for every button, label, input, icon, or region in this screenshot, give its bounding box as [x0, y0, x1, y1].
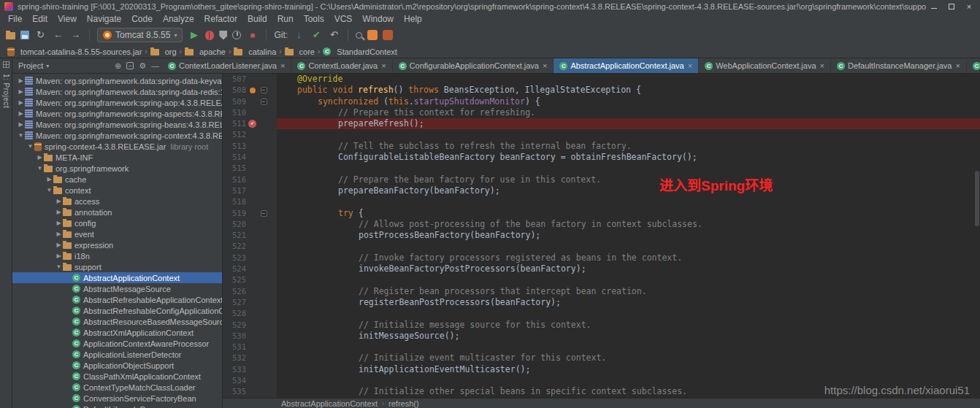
code-line[interactable]: 518 [223, 196, 980, 207]
settings-gear-icon[interactable]: ⚙ [139, 61, 146, 71]
project-panel-title[interactable]: Project [18, 61, 43, 70]
breadcrumb-item[interactable]: CStandardContext [323, 47, 397, 56]
hide-panel-icon[interactable]: — [151, 61, 159, 70]
code-editor[interactable]: 507@Override508−public void refresh() th… [223, 74, 980, 398]
git-commit-icon[interactable]: ✔ [310, 29, 323, 41]
menu-item-window[interactable]: Window [357, 13, 399, 25]
code-line[interactable]: 510// Prepare this context for refreshin… [223, 107, 980, 118]
tab-close-icon[interactable]: × [381, 61, 386, 70]
tree-item[interactable]: ▼Maven: org.springframework:spring-conte… [12, 130, 222, 141]
tree-item[interactable]: ▶Maven: org.springframework:spring-aop:4… [12, 97, 222, 108]
editor-tab[interactable]: CContextLoaderListener.java× [162, 58, 291, 73]
code-line[interactable]: 516// Prepare the bean factory for use i… [223, 174, 980, 185]
collapse-arrow-icon[interactable]: ▼ [45, 187, 53, 193]
tab-close-icon[interactable]: × [543, 61, 547, 70]
run-configuration-select[interactable]: Tomcat 8.5.55 ▾ [97, 28, 183, 42]
editor-tab[interactable]: CContextLoader.java× [291, 58, 392, 73]
plugin-icon-1[interactable] [367, 30, 378, 40]
tree-item[interactable]: ▶event [12, 228, 222, 239]
expand-arrow-icon[interactable]: ▶ [17, 110, 25, 117]
fold-marker-icon[interactable]: − [261, 87, 267, 93]
menu-item-tools[interactable]: Tools [299, 13, 329, 25]
code-line[interactable]: 525 [223, 274, 980, 285]
tree-item[interactable]: ▶config [12, 218, 222, 228]
code-line[interactable]: 513// Tell the subclass to refresh the i… [223, 141, 980, 152]
sync-icon[interactable]: ↻ [34, 29, 47, 41]
maximize-button[interactable] [943, 1, 960, 12]
expand-arrow-icon[interactable]: ▶ [55, 220, 63, 226]
tree-item[interactable]: CAbstractRefreshableApplicationContext [12, 294, 222, 305]
menu-item-navigate[interactable]: Navigate [82, 13, 126, 25]
scrollbar-thumb[interactable] [975, 171, 979, 226]
back-icon[interactable]: ← [52, 29, 64, 41]
code-line[interactable]: 520// Allows post-processing of the bean… [223, 219, 980, 230]
menu-item-edit[interactable]: Edit [27, 13, 53, 25]
code-line[interactable]: 529// Initialize message source for this… [223, 320, 980, 331]
tree-item[interactable]: ▼spring-context-4.3.8.RELEASE.jarlibrary… [12, 141, 222, 152]
expand-arrow-icon[interactable]: ▶ [55, 242, 63, 248]
plugin-icon-2[interactable] [383, 30, 393, 40]
tree-item[interactable]: CClassPathXmlApplicationContext [12, 371, 222, 382]
override-marker-icon[interactable] [250, 88, 256, 93]
menu-item-build[interactable]: Build [242, 13, 272, 25]
collapse-arrow-icon[interactable]: ▼ [26, 143, 34, 150]
tree-item[interactable]: CApplicationObjectSupport [12, 360, 222, 371]
code-line[interactable]: 526// Register bean processors that inte… [223, 286, 980, 297]
breadcrumb-item[interactable]: catalina [234, 47, 276, 56]
collapse-all-icon[interactable]: − [126, 62, 134, 69]
code-line[interactable]: 523// Invoke factory processors register… [223, 253, 980, 263]
forward-icon[interactable]: → [69, 29, 82, 41]
tree-item[interactable]: ▶Maven: org.springframework.data:spring-… [12, 86, 222, 97]
tree-item[interactable]: CConversionServiceFactoryBean [12, 393, 222, 404]
project-tool-button[interactable]: 1: Project [2, 74, 10, 108]
coverage-button[interactable] [219, 31, 227, 40]
menu-item-vcs[interactable]: VCS [329, 13, 358, 25]
tree-item[interactable]: CDefaultLifecycleProcessor [12, 404, 222, 408]
expand-arrow-icon[interactable]: ▶ [17, 121, 25, 128]
expand-arrow-icon[interactable]: ▶ [55, 231, 63, 237]
code-line[interactable]: 517prepareBeanFactory(beanFactory); [223, 185, 980, 196]
menu-item-analyze[interactable]: Analyze [158, 13, 199, 25]
stop-button[interactable]: ■ [246, 29, 259, 41]
save-all-icon[interactable] [20, 31, 29, 39]
expand-arrow-icon[interactable]: ▶ [36, 154, 44, 161]
menu-item-view[interactable]: View [53, 13, 82, 25]
tool-window-switcher-icon[interactable] [3, 61, 9, 68]
tree-item[interactable]: CAbstractResourceBasedMessageSource [12, 316, 222, 327]
tree-item[interactable]: ▼context [12, 185, 222, 196]
code-line[interactable]: 512 [223, 129, 980, 140]
breadcrumb-item[interactable]: core [285, 47, 315, 56]
git-revert-icon[interactable]: ↶ [328, 29, 340, 41]
menu-item-run[interactable]: Run [272, 13, 299, 25]
run-button[interactable]: ▶ [188, 29, 200, 41]
tab-close-icon[interactable]: × [820, 61, 824, 70]
code-line[interactable]: 530initMessageSource(); [223, 331, 980, 342]
expand-arrow-icon[interactable]: ▶ [17, 99, 25, 106]
code-line[interactable]: 531 [223, 342, 980, 353]
tree-item[interactable]: CAbstractRefreshableConfigApplicationCon… [12, 305, 222, 316]
tree-item[interactable]: ▶cache [12, 174, 222, 185]
expand-arrow-icon[interactable]: ▶ [17, 88, 25, 95]
tree-item[interactable]: ▶Maven: org.springframework.data:spring-… [12, 75, 222, 86]
search-icon[interactable] [356, 32, 362, 39]
tree-item[interactable]: CAbstractXmlApplicationContext [12, 327, 222, 338]
code-line[interactable]: 509−synchronized (this.startupShutdownMo… [223, 96, 980, 107]
expand-arrow-icon[interactable]: ▶ [55, 253, 63, 259]
open-icon[interactable] [6, 32, 15, 39]
tree-item[interactable]: CApplicationContextAwareProcessor [12, 338, 222, 349]
menu-item-refactor[interactable]: Refactor [199, 13, 242, 25]
breadcrumb-item[interactable]: org [150, 47, 177, 56]
fold-marker-icon[interactable]: − [261, 210, 267, 217]
editor-tab[interactable]: CAbstractApplicationContext.java× [554, 58, 699, 73]
code-line[interactable]: 521postProcessBeanFactory(beanFactory); [223, 230, 980, 241]
expand-arrow-icon[interactable]: ▶ [17, 77, 25, 84]
minimize-button[interactable] [926, 1, 942, 12]
tree-item[interactable]: ▶access [12, 196, 222, 207]
editor-tab[interactable]: CStandardContext.java× [967, 58, 980, 73]
expand-arrow-icon[interactable]: ▶ [55, 198, 63, 204]
debug-button[interactable] [205, 31, 214, 40]
tree-item[interactable]: ▶i18n [12, 250, 222, 261]
editor-scrollbar[interactable] [974, 74, 980, 398]
breakpoint-icon[interactable]: ✔ [248, 120, 256, 128]
code-line[interactable]: 524invokeBeanFactoryPostProcessors(beanF… [223, 263, 980, 274]
